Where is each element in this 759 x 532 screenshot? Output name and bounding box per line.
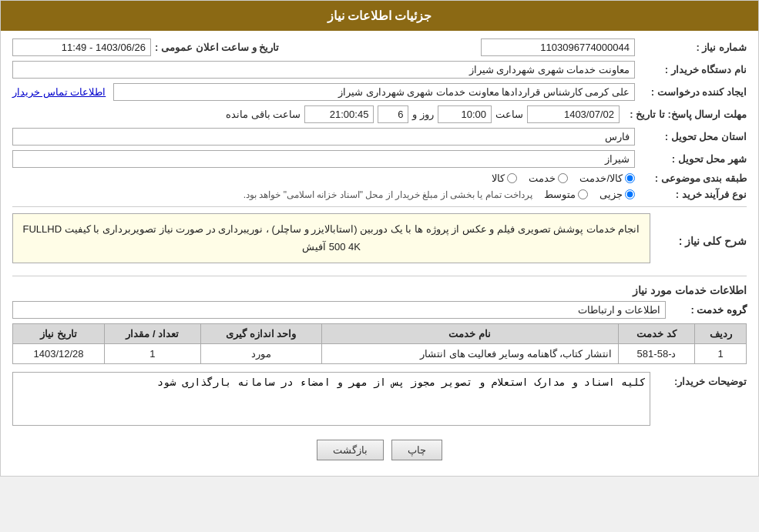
btn-bazgasht[interactable]: بازگشت xyxy=(317,440,384,460)
cell-radif: 1 xyxy=(695,343,747,363)
row-ijadKonande: ایجاد کننده درخواست : علی کرمی کارشناس ق… xyxy=(12,83,747,101)
cell-kodKhidmat: د-58-581 xyxy=(618,343,695,363)
cell-namKhidmat: انتشار کتاب، گاهنامه وسایر فعالیت های ان… xyxy=(321,343,618,363)
radio-jozyi[interactable] xyxy=(625,189,635,199)
page-title: جزئیات اطلاعات نیاز xyxy=(327,9,432,22)
value-shahr: شیراز xyxy=(12,150,635,168)
radio-group-tabaqe: کالا/خدمت خدمت کالا xyxy=(492,172,635,184)
col-header-tedad: تعداد / مقدار xyxy=(105,323,200,343)
value-sharh: انجام خدمات پوشش تصویری فیلم و عکس از پر… xyxy=(12,213,650,263)
value-namDastgah: معاونت خدمات شهری شهرداری شیراز xyxy=(12,61,635,79)
noeFarayand-note: پرداخت تمام یا بخشی از مبلغ خریدار از مح… xyxy=(243,189,532,200)
label-kala: کالا xyxy=(492,172,505,184)
radio-mottavasit[interactable] xyxy=(578,189,588,199)
link-tamas-kharidar[interactable]: اطلاعات تماس خریدار xyxy=(12,86,106,98)
value-time: 10:00 xyxy=(438,105,492,123)
btn-row: چاپ بازگشت xyxy=(12,432,747,468)
section-title-amar: اطلاعات خدمات مورد نیاز xyxy=(12,284,747,296)
label-kalaKhidmat: کالا/خدمت xyxy=(579,172,623,184)
btn-chap[interactable]: چاپ xyxy=(391,440,442,460)
radio-kalaKhidmat[interactable] xyxy=(625,173,635,183)
row-namDastgah: نام دستگاه خریدار : معاونت خدمات شهری شه… xyxy=(12,61,747,79)
label-ijadKonande: ایجاد کننده درخواست : xyxy=(639,86,747,98)
label-ostan: استان محل تحویل : xyxy=(639,131,747,142)
row-tabaqeBandi: طبقه بندی موضوعی : کالا/خدمت خدمت کالا xyxy=(12,172,747,184)
notes-textarea[interactable] xyxy=(12,372,650,426)
radio-item-khidmat: خدمت xyxy=(529,172,568,184)
service-table: ردیف کد خدمت نام خدمت واحد اندازه گیری ت… xyxy=(12,323,747,364)
radio-khidmat[interactable] xyxy=(558,173,568,183)
radio-item-kala: کالا xyxy=(492,172,517,184)
value-grouhKhidmat: اطلاعات و ارتباطات xyxy=(12,301,666,319)
process-row: جزیی متوسط پرداخت تمام یا بخشی از مبلغ خ… xyxy=(243,189,635,200)
row-grouhKhidmat: گروه خدمت : اطلاعات و ارتباطات xyxy=(12,301,747,319)
label-noeFarayand: نوع فرآیند خرید : xyxy=(639,189,747,200)
table-row: 1د-58-581انتشار کتاب، گاهنامه وسایر فعال… xyxy=(13,343,747,363)
value-shomareNiaz: 1103096774000044 xyxy=(481,38,635,56)
row-mohlatErsal: مهلت ارسال پاسخ: تا تاریخ : 1403/07/02 س… xyxy=(12,105,747,123)
label-tarikh: تاریخ و ساعت اعلان عمومی : xyxy=(155,42,279,53)
label-tabaqeBandi: طبقه بندی موضوعی : xyxy=(639,172,747,184)
label-tawzihKharidar: توضیحات خریدار: xyxy=(654,372,747,387)
row-tawzihKharidar: توضیحات خریدار: xyxy=(12,372,747,426)
label-shomareNiaz: شماره نیاز : xyxy=(639,42,747,53)
row-sharh: شرح کلی نیاز : انجام خدمات پوشش تصویری ف… xyxy=(12,213,747,269)
label-roz: روز و xyxy=(412,109,434,120)
page-wrapper: جزئیات اطلاعات نیاز شماره نیاز : 1103096… xyxy=(0,0,759,477)
label-saat: ساعت xyxy=(495,109,523,120)
value-ijadKonande: علی کرمی کارشناس قراردادها معاونت خدمات … xyxy=(113,83,635,101)
col-header-tarikh: تاریخ نیاز xyxy=(13,323,105,343)
content-area: شماره نیاز : 1103096774000044 تاریخ و سا… xyxy=(1,31,758,476)
value-date: 1403/07/02 xyxy=(527,105,620,123)
value-remaining: 21:00:45 xyxy=(304,105,374,123)
label-khidmat: خدمت xyxy=(529,172,556,184)
label-mottavasit: متوسط xyxy=(544,189,576,200)
radio-item-mottavasit: متوسط xyxy=(544,189,588,200)
divider-2 xyxy=(12,276,747,276)
divider-1 xyxy=(12,206,747,207)
col-header-namKhidmat: نام خدمت xyxy=(321,323,618,343)
radio-kala[interactable] xyxy=(507,173,517,183)
value-tarikh: 1403/06/26 - 11:49 xyxy=(12,38,151,56)
col-header-vahed: واحد اندازه گیری xyxy=(200,323,321,343)
page-header: جزئیات اطلاعات نیاز xyxy=(1,1,758,31)
label-shahr: شهر محل تحویل : xyxy=(639,153,747,165)
col-header-radif: ردیف xyxy=(695,323,747,343)
label-jozyi: جزیی xyxy=(599,189,623,200)
label-namDastgah: نام دستگاه خریدار : xyxy=(639,64,747,75)
radio-item-kalaKhidmat: کالا/خدمت xyxy=(579,172,635,184)
value-days: 6 xyxy=(378,105,408,123)
row-ostan: استان محل تحویل : فارس xyxy=(12,128,747,146)
radio-item-jozyi: جزیی xyxy=(599,189,635,200)
label-mohlatErsal: مهلت ارسال پاسخ: تا تاریخ : xyxy=(623,109,747,120)
cell-vahed: مورد xyxy=(200,343,321,363)
col-header-kodKhidmat: کد خدمت xyxy=(618,323,695,343)
cell-tedad: 1 xyxy=(105,343,200,363)
row-shomareNiaz: شماره نیاز : 1103096774000044 تاریخ و سا… xyxy=(12,38,747,56)
value-ostan: فارس xyxy=(12,128,635,146)
row-shahr: شهر محل تحویل : شیراز xyxy=(12,150,747,168)
label-remaining: ساعت باقی مانده xyxy=(226,109,301,120)
label-grouhKhidmat: گروه خدمت : xyxy=(670,304,747,316)
cell-tarikh: 1403/12/28 xyxy=(13,343,105,363)
row-noeFarayand: نوع فرآیند خرید : جزیی متوسط پرداخت تمام… xyxy=(12,189,747,200)
label-sharh: شرح کلی نیاز : xyxy=(654,235,747,247)
